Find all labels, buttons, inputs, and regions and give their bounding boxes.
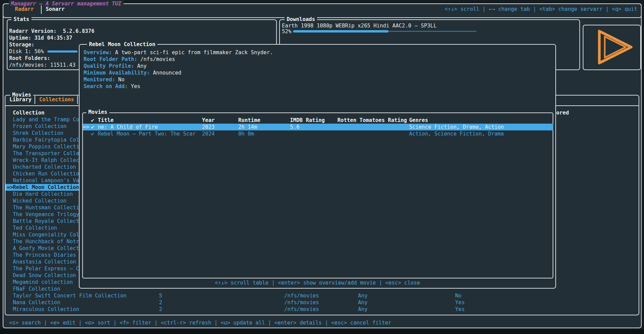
collection-name: The Huntsman Collecti xyxy=(13,205,79,211)
collection-cell: Any xyxy=(358,292,368,299)
collection-row[interactable]: The Hunchback of Notr xyxy=(5,238,79,245)
movie-row-marker: => xyxy=(83,124,89,130)
collection-cell: /nfs/movies xyxy=(284,292,319,299)
modal-movies-rows: =>✔ne: A Child of Fire20232h 14m5.6Scien… xyxy=(80,45,555,288)
collection-row[interactable]: Battle Royale Collect xyxy=(5,218,79,225)
modal-movies-title: Movies xyxy=(86,109,109,116)
collection-row[interactable]: The Transporter Colle xyxy=(5,150,79,157)
bottom-help-keybinds: <s> search | <e> edit | <o> sort | <f> f… xyxy=(9,319,391,326)
collection-row[interactable]: The Polar Express – C xyxy=(5,265,79,272)
movie-monitored-check-icon: ✔ xyxy=(91,124,94,130)
managarr-app: Managarr – A Servarr management TUI Rada… xyxy=(0,0,644,334)
collection-name: Taylor Swift Concert Film Collection xyxy=(13,293,127,299)
collection-name: Uncharted Collection xyxy=(13,164,76,170)
collection-name: Wicked Collection xyxy=(13,198,67,204)
collection-row[interactable]: National Lampoon's Va xyxy=(5,177,79,184)
collection-name: Lady and the Tramp Co xyxy=(13,117,79,123)
collection-name: Wreck-It Ralph Collec xyxy=(13,157,79,163)
collection-row[interactable]: Taylor Swift Concert Film Collection xyxy=(5,292,127,299)
collection-name: Dead Snow Collection xyxy=(13,272,76,278)
collection-row[interactable]: A Goofy Movie Collect xyxy=(5,245,79,252)
collection-details-modal: Rebel Moon Collection Overview:A two-par… xyxy=(79,44,556,289)
modal-title: Rebel Moon Collection xyxy=(87,41,157,48)
collection-row[interactable]: Wicked Collection xyxy=(5,197,67,204)
collection-cell: Any xyxy=(358,306,368,313)
collection-cell: /nfs/movies xyxy=(284,299,319,306)
collection-name: Chicken Run Collectio xyxy=(13,171,79,177)
collection-name: Shrek Collection xyxy=(13,130,63,136)
collection-name: Miss Congeniality Col xyxy=(13,232,79,238)
collection-cell: 2 xyxy=(159,306,162,313)
collection-name: Battle Royale Collect xyxy=(13,218,79,224)
collection-name: The Princess Diaries xyxy=(13,252,76,258)
collection-cell: Yes xyxy=(455,299,465,306)
selected-row-marker: => xyxy=(7,184,13,191)
collection-cell: Yes xyxy=(455,306,465,313)
collection-name: Nana Collection xyxy=(13,299,60,306)
collection-row[interactable]: Nana Collection xyxy=(5,299,60,306)
collection-name: Anastasia Collection xyxy=(13,259,76,265)
collection-name: The Hunchback of Notr xyxy=(13,238,79,245)
collection-name: Mary Poppins Collecti xyxy=(13,144,79,150)
collection-name: Rebel Moon Collection xyxy=(13,184,79,190)
collection-name: A Goofy Movie Collect xyxy=(13,245,79,251)
collection-row[interactable]: Miraculous Collection xyxy=(5,306,79,313)
collection-row[interactable]: The Princess Diaries xyxy=(5,252,76,258)
collection-row[interactable]: Miss Congeniality Col xyxy=(5,231,79,238)
collection-row[interactable]: Mary Poppins Collecti xyxy=(5,143,79,150)
collection-row[interactable]: Die Hard Collection xyxy=(5,191,73,197)
movie-title[interactable]: Rebel Moon – Part Two: The Scar xyxy=(98,130,196,137)
collection-cell: Any xyxy=(358,299,368,306)
collection-name: Miraculous Collection xyxy=(13,306,79,312)
collection-name: Ted Collection xyxy=(13,225,57,231)
movie-year: 2023 xyxy=(202,124,215,130)
collection-row[interactable]: Lady and the Tramp Co xyxy=(5,116,79,123)
collection-row[interactable]: The Vengeance Trilogy xyxy=(5,211,79,218)
movie-genres: Science Fiction, Drama, Action xyxy=(409,124,504,130)
movie-imdb-rating: 5.6 xyxy=(290,124,299,130)
collection-row[interactable]: Megamind collection xyxy=(5,279,73,286)
collection-row[interactable]: Ted Collection xyxy=(5,225,57,231)
collection-name: The Vengeance Trilogy xyxy=(13,211,79,217)
movie-runtime: 2h 14m xyxy=(238,124,257,130)
collection-name: The Polar Express – C xyxy=(13,266,79,272)
movie-monitored-check-icon: ✔ xyxy=(91,130,94,137)
collection-name: Die Hard Collection xyxy=(13,191,73,197)
movie-title[interactable]: ne: A Child of Fire xyxy=(98,124,158,130)
collection-row[interactable]: Wreck-It Ralph Collec xyxy=(5,157,79,164)
collection-row[interactable]: Anastasia Collection xyxy=(5,258,76,265)
collection-name: Megamind collection xyxy=(13,279,73,285)
collection-row[interactable]: Frozen Collection xyxy=(5,123,67,130)
collection-row[interactable]: Uncharted Collection xyxy=(5,164,76,170)
collection-cell: 2 xyxy=(159,299,162,306)
collection-name: Barbie Fairytopia Col xyxy=(13,137,79,143)
collection-row[interactable]: Dead Snow Collection xyxy=(5,272,76,279)
collection-row[interactable]: Chicken Run Collectio xyxy=(5,170,79,177)
collection-row[interactable]: Barbie Fairytopia Col xyxy=(5,137,79,143)
movie-runtime: 0h 0m xyxy=(238,130,254,137)
collection-name: Frozen Collection xyxy=(13,123,67,129)
movie-year: 2024 xyxy=(202,130,215,137)
movie-genres: Action, Science Fiction, Drama xyxy=(409,130,504,137)
collection-name: National Lampoon's Va xyxy=(13,178,79,184)
collection-name: FNaF Collection xyxy=(13,286,60,292)
collection-name: The Transporter Colle xyxy=(13,150,79,156)
modal-help-keybinds: <↑↓> scroll table | <enter> show overvie… xyxy=(80,279,555,286)
collection-cell: No xyxy=(455,292,462,299)
collection-row[interactable]: Shrek Collection xyxy=(5,130,63,137)
collection-cell: /nfs/movies xyxy=(284,306,319,313)
collection-row[interactable]: FNaF Collection xyxy=(5,286,60,292)
collection-cell: 5 xyxy=(159,292,162,299)
collection-row[interactable]: The Huntsman Collecti xyxy=(5,204,79,211)
